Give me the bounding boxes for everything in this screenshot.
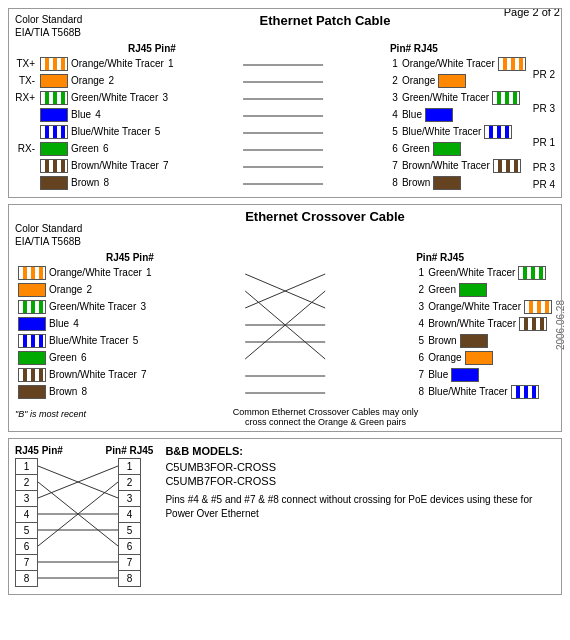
patch-right-header: Pin# RJ45 — [388, 43, 529, 54]
co-label-1-left: Orange/White Tracer — [49, 267, 142, 278]
patch-rswatch-4 — [425, 108, 453, 122]
poe-right-row-1: 1 — [119, 459, 141, 475]
patch-rswatch-7 — [493, 159, 521, 173]
patch-swatch-5-left — [40, 125, 68, 139]
patch-row-1-right: 1 Orange/White Tracer — [388, 55, 529, 72]
co-rlabel-2: Green — [428, 284, 456, 295]
patch-swatch-4-left — [40, 108, 68, 122]
co-label-6-left: Green — [49, 352, 77, 363]
co-rlabel-7: Blue — [428, 369, 448, 380]
crossover-wire-area: RJ45 Pin# Orange/White Tracer 1 Orange 2… — [15, 252, 555, 404]
crossover-left-side: RJ45 Pin# Orange/White Tracer 1 Orange 2… — [15, 252, 156, 400]
patch-pr-3a: PR 3 — [533, 91, 555, 125]
poe-left-row-3: 3 — [16, 491, 38, 507]
patch-rswatch-3 — [492, 91, 520, 105]
patch-swatch-7-left — [40, 159, 68, 173]
co-swatch-6-left — [18, 351, 46, 365]
co-row-8-left: Brown 8 — [15, 383, 156, 400]
co-row-4-left: Blue 4 — [15, 315, 156, 332]
co-swatch-1-left — [18, 266, 46, 280]
crossover-right-header: Pin# RJ45 — [414, 252, 555, 263]
patch-rpin-3: 3 — [388, 92, 402, 103]
poe-left-row-1: 1 — [16, 459, 38, 475]
co-row-7-right: 7 Blue — [414, 366, 555, 383]
patch-pin-2-left: 2 — [104, 75, 118, 86]
crossover-notes: "B" is most recent Common Ethernet Cross… — [15, 407, 555, 427]
crossover-left-header: RJ45 Pin# — [15, 252, 156, 263]
patch-pin-5-left: 5 — [150, 126, 164, 137]
patch-row-2-right: 2 Orange — [388, 72, 529, 89]
patch-rswatch-5 — [484, 125, 512, 139]
patch-rswatch-8 — [433, 176, 461, 190]
patch-pin-4-left: 4 — [91, 109, 105, 120]
patch-row-3-right: 3 Green/White Tracer — [388, 89, 529, 106]
poe-right-table: 1 2 3 4 5 6 7 8 — [118, 458, 141, 587]
patch-swatch-1-left — [40, 57, 68, 71]
poe-right-row-3: 3 — [119, 491, 141, 507]
patch-pr-4: PR 4 — [533, 176, 555, 193]
co-rpin-7: 7 — [414, 369, 428, 380]
co-rpin-3: 3 — [414, 301, 428, 312]
patch-pin-7-left: 7 — [159, 160, 173, 171]
patch-label-1-left: Orange/White Tracer — [71, 58, 164, 69]
patch-swatch-8-left — [40, 176, 68, 190]
patch-color-standard: Color Standard EIA/TIA T568B — [15, 13, 95, 39]
patch-rlabel-3: Green/White Tracer — [402, 92, 489, 103]
poe-table-area: 1 2 3 4 5 6 7 8 — [15, 458, 153, 588]
patch-lines-svg — [178, 57, 388, 193]
patch-label-7-left: Brown/White Tracer — [71, 160, 159, 171]
co-rswatch-4 — [519, 317, 547, 331]
patch-swatch-3-left — [40, 91, 68, 105]
co-row-6-left: Green 6 — [15, 349, 156, 366]
co-pin-7-left: 7 — [137, 369, 151, 380]
poe-model2: C5UMB7FOR-CROSS — [165, 475, 555, 487]
co-label-8-left: Brown — [49, 386, 77, 397]
patch-row-6-left: RX- Green 6 — [15, 140, 178, 157]
patch-swatch-2-left — [40, 74, 68, 88]
co-label-2-left: Orange — [49, 284, 82, 295]
crossover-section: Color Standard EIA/TIA T568B Ethernet Cr… — [8, 204, 562, 432]
poe-section: RJ45 Pin# Pin# RJ45 1 2 3 4 5 6 7 8 — [8, 438, 562, 595]
poe-left-row-6: 6 — [16, 539, 38, 555]
poe-left-row-2: 2 — [16, 475, 38, 491]
poe-left-row-8: 8 — [16, 571, 38, 587]
co-rlabel-3: Orange/White Tracer — [428, 301, 521, 312]
patch-signal-rx-plus: RX+ — [15, 92, 37, 103]
co-row-3-right: 3 Orange/White Tracer — [414, 298, 555, 315]
co-rlabel-8: Blue/White Tracer — [428, 386, 507, 397]
patch-rlabel-5: Blue/White Tracer — [402, 126, 481, 137]
co-row-3-left: Green/White Tracer 3 — [15, 298, 156, 315]
co-pin-8-left: 8 — [77, 386, 91, 397]
patch-pin-6-left: 6 — [99, 143, 113, 154]
poe-model1: C5UMB3FOR-CROSS — [165, 461, 555, 473]
co-rpin-5: 5 — [414, 335, 428, 346]
patch-swatch-6-left — [40, 142, 68, 156]
co-swatch-4-left — [18, 317, 46, 331]
co-pin-3-left: 3 — [136, 301, 150, 312]
patch-rlabel-7: Brown/White Tracer — [402, 160, 490, 171]
patch-row-4-left: Blue 4 — [15, 106, 178, 123]
co-row-4-right: 4 Brown/White Tracer — [414, 315, 555, 332]
patch-middle-lines — [178, 43, 388, 193]
co-swatch-5-left — [18, 334, 46, 348]
patch-pr-2: PR 2 — [533, 57, 555, 91]
co-pin-6-left: 6 — [77, 352, 91, 363]
crossover-svg-area — [156, 252, 414, 404]
co-pin-1-left: 1 — [142, 267, 156, 278]
co-row-1-left: Orange/White Tracer 1 — [15, 264, 156, 281]
co-label-5-left: Blue/White Tracer — [49, 335, 128, 346]
patch-signal-rx-minus: RX- — [15, 143, 37, 154]
patch-right-side: Pin# RJ45 1 Orange/White Tracer 2 Orange… — [388, 43, 529, 191]
co-row-5-left: Blue/White Tracer 5 — [15, 332, 156, 349]
patch-rlabel-8: Brown — [402, 177, 430, 188]
poe-models-label: B&B MODELS: — [165, 445, 555, 457]
poe-right-row-6: 6 — [119, 539, 141, 555]
patch-pr-1: PR 1 — [533, 125, 555, 159]
patch-row-4-right: 4 Blue — [388, 106, 529, 123]
co-rswatch-6 — [465, 351, 493, 365]
co-rlabel-4: Brown/White Tracer — [428, 318, 516, 329]
patch-label-5-left: Blue/White Tracer — [71, 126, 150, 137]
patch-pr-3b: PR 3 — [533, 159, 555, 176]
poe-svg — [38, 458, 118, 586]
co-label-7-left: Brown/White Tracer — [49, 369, 137, 380]
